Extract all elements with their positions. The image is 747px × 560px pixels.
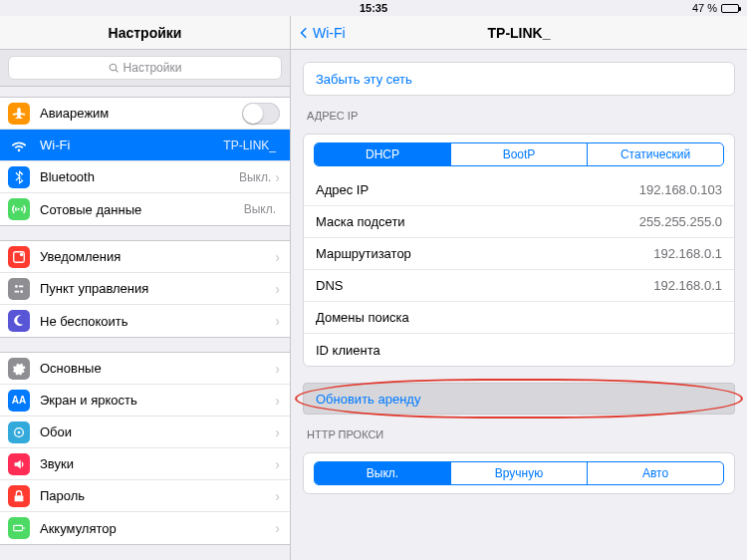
sidebar-item-label: Звуки [40, 456, 275, 471]
seg-static[interactable]: Статический [588, 143, 723, 165]
airplane-toggle[interactable] [242, 103, 280, 125]
sidebar-item-control-center[interactable]: Пункт управления › [0, 273, 290, 305]
sidebar-item-wifi[interactable]: Wi-Fi TP-LINK_ [0, 130, 290, 161]
wallpaper-icon [8, 421, 30, 443]
row-ip[interactable]: Адрес IP192.168.0.103 [304, 174, 734, 206]
sidebar-item-value: Выкл. [244, 202, 276, 216]
proxy-mode-segmented[interactable]: Выкл. Вручную Авто [314, 461, 724, 485]
chevron-right-icon: › [275, 457, 280, 471]
sidebar-item-label: Экран и яркость [40, 393, 275, 408]
chevron-right-icon: › [275, 394, 280, 408]
proxy-section-label: HTTP ПРОКСИ [307, 428, 731, 440]
svg-rect-3 [19, 285, 23, 287]
svg-point-2 [15, 285, 18, 288]
svg-rect-8 [15, 495, 24, 501]
sidebar-item-notifications[interactable]: Уведомления › [0, 241, 290, 273]
chevron-right-icon: › [275, 521, 280, 535]
sidebar-item-label: Bluetooth [40, 169, 239, 184]
search-placeholder: Настройки [124, 61, 182, 75]
sidebar-item-label: Уведомления [40, 249, 275, 264]
chevron-right-icon: › [275, 170, 280, 184]
sidebar-item-bluetooth[interactable]: Bluetooth Выкл. › [0, 161, 290, 193]
sidebar-item-label: Пароль [40, 488, 275, 503]
search-icon [109, 63, 120, 74]
battery-settings-icon [8, 517, 30, 539]
sidebar-item-label: Wi-Fi [40, 138, 223, 152]
renew-lease-button[interactable]: Обновить аренду [303, 383, 735, 415]
chevron-right-icon: › [275, 250, 280, 264]
sidebar-item-value: TP-LINK_ [223, 139, 276, 152]
back-button[interactable]: Wi-Fi [291, 25, 346, 41]
seg-proxy-manual[interactable]: Вручную [451, 462, 588, 484]
chevron-right-icon: › [275, 362, 280, 376]
row-mask[interactable]: Маска подсети255.255.255.0 [304, 206, 734, 238]
battery-icon [721, 4, 739, 13]
sound-icon [8, 453, 30, 475]
sidebar-item-label: Не беспокоить [40, 314, 275, 329]
svg-point-1 [20, 252, 24, 256]
dnd-icon [8, 310, 30, 332]
svg-rect-9 [14, 525, 23, 530]
renew-lease-label: Обновить аренду [316, 392, 420, 407]
battery-percent: 47 % [692, 2, 717, 14]
chevron-right-icon: › [275, 314, 280, 328]
sidebar-item-label: Аккумулятор [40, 521, 275, 536]
sidebar-item-cellular[interactable]: Сотовые данные Выкл. [0, 193, 290, 225]
sidebar-item-wallpaper[interactable]: Обои › [0, 417, 290, 448]
bluetooth-icon [8, 166, 30, 188]
sidebar-item-label: Пункт управления [40, 281, 275, 296]
sidebar-item-sounds[interactable]: Звуки › [0, 448, 290, 480]
control-center-icon [8, 278, 30, 300]
seg-proxy-auto[interactable]: Авто [588, 462, 723, 484]
row-dns[interactable]: DNS192.168.0.1 [304, 270, 734, 302]
notifications-icon [8, 246, 30, 268]
svg-rect-10 [23, 527, 24, 529]
gear-icon [8, 358, 30, 380]
row-router[interactable]: Маршрутизатор192.168.0.1 [304, 238, 734, 270]
cellular-icon [8, 198, 30, 220]
chevron-right-icon: › [275, 425, 280, 439]
row-client-id[interactable]: ID клиента [304, 334, 734, 366]
chevron-right-icon: › [275, 489, 280, 503]
sidebar-item-label: Сотовые данные [40, 202, 244, 217]
chevron-left-icon [297, 26, 311, 40]
sidebar-item-general[interactable]: Основные › [0, 353, 290, 385]
forget-network-label: Забыть эту сеть [316, 72, 412, 87]
chevron-right-icon: › [275, 282, 280, 296]
sidebar-item-battery[interactable]: Аккумулятор › [0, 512, 290, 544]
forget-network-button[interactable]: Забыть эту сеть [304, 63, 734, 95]
detail-title: TP-LINK_ [291, 25, 747, 41]
sidebar-item-display[interactable]: AA Экран и яркость › [0, 385, 290, 417]
sidebar-item-label: Обои [40, 424, 275, 439]
status-time: 15:35 [360, 2, 387, 14]
sidebar-item-label: Основные [40, 361, 275, 376]
seg-bootp[interactable]: BootP [451, 143, 588, 165]
airplane-icon [8, 103, 30, 125]
display-icon: AA [8, 390, 30, 412]
settings-sidebar: Настройки Настройки Авиарежим Wi-Fi TP-L… [0, 16, 291, 560]
sidebar-title: Настройки [0, 16, 290, 50]
sidebar-item-passcode[interactable]: Пароль › [0, 480, 290, 512]
lock-icon [8, 485, 30, 507]
sidebar-item-airplane[interactable]: Авиарежим [0, 98, 290, 130]
seg-proxy-off[interactable]: Выкл. [315, 462, 451, 484]
sidebar-item-value: Выкл. [239, 170, 271, 184]
search-input[interactable]: Настройки [8, 56, 282, 80]
status-right: 47 % [692, 2, 739, 14]
wifi-detail-pane: Wi-Fi TP-LINK_ Забыть эту сеть АДРЕС IP … [291, 16, 747, 560]
svg-point-4 [20, 290, 23, 293]
svg-point-7 [18, 430, 21, 433]
row-search-domains[interactable]: Домены поиска [304, 302, 734, 334]
sidebar-item-label: Авиарежим [40, 106, 242, 121]
status-bar: 15:35 47 % [0, 0, 747, 16]
sidebar-item-dnd[interactable]: Не беспокоить › [0, 305, 290, 337]
back-label: Wi-Fi [313, 25, 346, 41]
seg-dhcp[interactable]: DHCP [315, 143, 451, 165]
svg-rect-5 [15, 290, 19, 292]
wifi-icon [8, 135, 30, 156]
ip-section-label: АДРЕС IP [307, 110, 731, 122]
ip-mode-segmented[interactable]: DHCP BootP Статический [314, 142, 724, 166]
